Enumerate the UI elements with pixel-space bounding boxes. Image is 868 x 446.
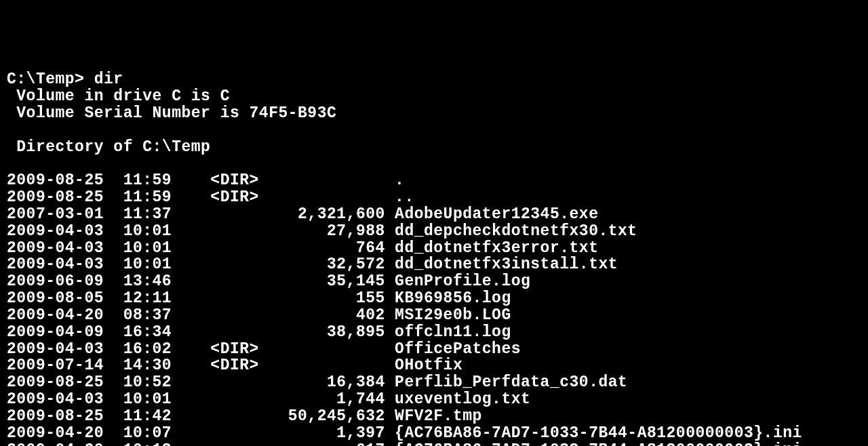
serial-info: Volume Serial Number is 74F5-B93C xyxy=(7,104,336,122)
command-prompt: C:\Temp> xyxy=(7,70,84,88)
file-listing: 2009-08-25 11:59 <DIR> . 2009-08-25 11:5… xyxy=(7,172,861,446)
command-input[interactable]: dir xyxy=(94,70,123,88)
directory-header: Directory of C:\Temp xyxy=(7,138,210,156)
volume-info: Volume in drive C is C xyxy=(7,87,230,105)
terminal-output[interactable]: C:\Temp> dir Volume in drive C is C Volu… xyxy=(7,71,861,446)
